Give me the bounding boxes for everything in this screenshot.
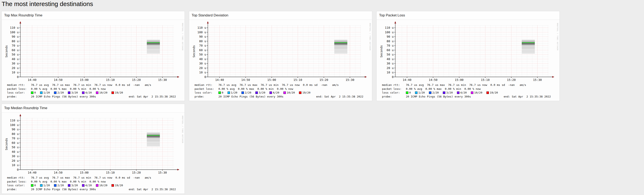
legend-row-label: median rtt:	[7, 176, 31, 179]
legend-row-label: median rtt:	[7, 83, 31, 86]
loss-color-item: 2/20	[54, 91, 64, 94]
rrd-graph-image[interactable]: 010 u20 u30 u40 u50 u60 u70 u80 u90 u100…	[3, 20, 183, 83]
panel-body: 010 u20 u30 u40 u50 u60 u70 u80 u90 u100…	[2, 20, 184, 101]
svg-text:60 u: 60 u	[199, 48, 206, 52]
svg-text:10 u: 10 u	[199, 71, 206, 74]
legend-row-label: probe:	[7, 188, 31, 191]
loss-color-label: 1/20	[418, 91, 425, 94]
loss-color-label: 19/20	[115, 91, 123, 94]
loss-color-label: 4/20	[273, 91, 279, 94]
loss-color-item: 3/20	[68, 184, 78, 187]
svg-text:15:10: 15:10	[293, 78, 302, 82]
loss-color-label: 19/20	[490, 91, 498, 94]
loss-color-label: 2/20	[57, 184, 64, 187]
loss-color-item: 4/20	[82, 184, 92, 187]
svg-text:90 u: 90 u	[12, 35, 19, 38]
rrd-graph-image[interactable]: 010 u20 u30 u40 u50 u60 u70 u80 u90 u100…	[191, 20, 371, 83]
legend-row-text: 76.7 us avg 76.7 us max 76.7 us min 76.7…	[218, 83, 338, 86]
svg-text:100 u: 100 u	[10, 30, 19, 34]
loss-color-swatch	[429, 91, 432, 94]
rrdtool-watermark: RRDTOOL / TOBI OETIKER	[182, 116, 183, 143]
rrd-graph-image[interactable]: 010 u20 u30 u40 u50 u60 u70 u80 u90 u100…	[3, 113, 183, 175]
loss-color-label: 10/20	[99, 91, 107, 94]
loss-color-label: 4/20	[85, 91, 92, 94]
loss-color-swatch	[31, 91, 34, 94]
smoke-band	[522, 40, 535, 54]
loss-color-item: 10/20	[284, 91, 295, 94]
page-title: The most interesting destinations	[2, 1, 644, 8]
legend-row-label: packet loss:	[7, 180, 31, 183]
y-axis-label: Seconds	[5, 45, 8, 57]
legend-row: probe:20 ICMP Echo Pings (56 Bytes) ever…	[194, 95, 371, 99]
panels-row-2: Top Median Roundtrip Time 010 u20 u30 u4…	[2, 104, 644, 194]
loss-color-item: 19/20	[486, 91, 498, 94]
loss-color-label: 3/20	[259, 91, 265, 94]
svg-text:40 u: 40 u	[199, 57, 206, 61]
loss-color-label: 3/20	[71, 184, 78, 187]
loss-color-swatch	[242, 91, 244, 94]
loss-color-label: 2/20	[57, 91, 64, 94]
loss-color-item: 0	[31, 184, 36, 187]
svg-text:40 u: 40 u	[12, 150, 19, 153]
svg-text:15:00: 15:00	[268, 78, 276, 82]
legend-row: median rtt:76.7 us avg 76.7 us max 76.7 …	[194, 83, 371, 87]
panel-body: 010 u20 u30 u40 u50 u60 u70 u80 u90 u100…	[189, 20, 372, 101]
smoke-band	[147, 132, 160, 146]
loss-color-label: 10/20	[287, 91, 295, 94]
loss-color-label: 10/20	[474, 91, 482, 94]
rrd-graph: 010 u20 u30 u40 u50 u60 u70 u80 u90 u100…	[378, 20, 558, 83]
loss-color-item: 19/20	[112, 91, 123, 94]
loss-color-swatch	[40, 91, 42, 94]
loss-color-item: 1/20	[40, 184, 50, 187]
loss-color-label: 3/20	[446, 91, 452, 94]
panels-row-1: Top Max Roundtrip Time 010 u20 u30 u40 u…	[2, 11, 644, 101]
rrd-graph: 010 u20 u30 u40 u50 u60 u70 u80 u90 u100…	[3, 113, 183, 175]
svg-text:50 u: 50 u	[386, 53, 394, 56]
svg-text:15:30: 15:30	[346, 78, 354, 82]
legend-row: packet loss:0.00 % avg 0.00 % max 0.00 %…	[194, 87, 371, 91]
graph-legend: median rtt:76.7 us avg 76.7 us max 76.7 …	[7, 176, 183, 191]
svg-text:40 u: 40 u	[12, 57, 19, 61]
svg-text:15:20: 15:20	[132, 78, 141, 82]
legend-row: packet loss:0.00 % avg 0.00 % max 0.00 %…	[7, 87, 183, 91]
legend-row-text: 0.00 % avg 0.00 % max 0.00 % min 0.00 % …	[218, 87, 293, 90]
svg-text:14:40: 14:40	[28, 78, 36, 82]
legend-row-label: packet loss:	[7, 87, 31, 90]
svg-text:100 u: 100 u	[385, 30, 394, 34]
y-axis-label: Seconds	[380, 45, 383, 57]
legend-row: packet loss:0.00 % avg 0.00 % max 0.00 %…	[7, 180, 183, 183]
svg-text:100 u: 100 u	[198, 30, 206, 34]
loss-color-label: 2/20	[432, 91, 439, 94]
loss-color-swatch	[228, 91, 230, 94]
loss-color-item: 1/20	[415, 91, 425, 94]
loss-color-item: 10/20	[96, 184, 107, 187]
svg-text:15:20: 15:20	[507, 78, 516, 82]
legend-row-text: 76.7 us avg 76.7 us max 76.7 us min 76.7…	[406, 83, 526, 86]
svg-text:14:40: 14:40	[28, 171, 36, 174]
loss-color-item: 1/20	[40, 91, 50, 94]
legend-row: probe:20 ICMP Echo Pings (56 Bytes) ever…	[7, 187, 183, 191]
legend-end-timestamp: end: Sat Apr 2 15:35:38 2022	[129, 187, 176, 191]
legend-row: median rtt:76.7 us avg 76.7 us max 76.7 …	[7, 176, 183, 180]
svg-text:20 u: 20 u	[386, 66, 394, 69]
legend-row-label: loss color:	[7, 184, 31, 187]
svg-text:0: 0	[17, 75, 19, 78]
svg-text:30 u: 30 u	[386, 62, 394, 65]
loss-color-item: 4/20	[82, 91, 92, 94]
graph-panel: Top Packet Loss 010 u20 u30 u40 u50 u60 …	[376, 11, 560, 101]
svg-text:90 u: 90 u	[12, 128, 19, 131]
y-axis-label: Seconds	[192, 45, 196, 57]
legend-row-label: median rtt:	[194, 83, 218, 86]
legend-row-text: 20 ICMP Echo Pings (56 Bytes) every 300s	[406, 95, 471, 98]
rrdtool-watermark: RRDTOOL / TOBI OETIKER	[369, 23, 371, 51]
legend-row: probe:20 ICMP Echo Pings (56 Bytes) ever…	[382, 95, 558, 99]
svg-text:15:30: 15:30	[158, 171, 167, 174]
svg-text:15:10: 15:10	[106, 171, 114, 174]
legend-row-text: 76.7 us avg 76.7 us max 76.7 us min 76.7…	[31, 83, 151, 86]
svg-text:70 u: 70 u	[12, 44, 19, 47]
svg-text:20 u: 20 u	[199, 66, 206, 69]
graph-panel: Top Median Roundtrip Time 010 u20 u30 u4…	[2, 104, 185, 194]
rrd-graph-image[interactable]: 010 u20 u30 u40 u50 u60 u70 u80 u90 u100…	[378, 20, 558, 83]
legend-row: median rtt:76.7 us avg 76.7 us max 76.7 …	[382, 83, 558, 87]
loss-color-swatch	[68, 91, 70, 94]
